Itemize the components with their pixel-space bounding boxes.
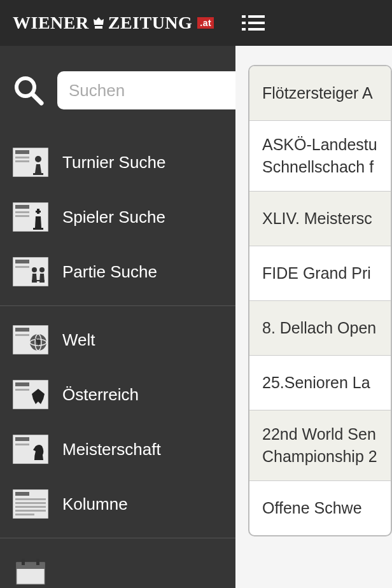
newspaper-icon (13, 489, 48, 519)
content-wrapper: Turnier Suche Spieler Suche (0, 46, 392, 588)
svg-point-25 (39, 267, 45, 272)
search-icon (13, 74, 45, 106)
svg-rect-43 (15, 502, 46, 504)
svg-rect-50 (36, 559, 39, 565)
svg-rect-1 (248, 15, 265, 18)
nav-group-search: Turnier Suche Spieler Suche (0, 129, 235, 306)
svg-rect-39 (15, 444, 29, 445)
svg-rect-42 (15, 498, 46, 500)
svg-rect-49 (22, 559, 25, 565)
svg-rect-15 (15, 205, 29, 209)
list-item[interactable]: 22nd World Sen Championship 2 (249, 410, 391, 481)
svg-rect-11 (15, 160, 29, 162)
svg-rect-3 (248, 22, 265, 24)
logo-text-1: WIENER (13, 13, 89, 33)
list-item[interactable]: ASKÖ-Landestu Schnellschach f (249, 121, 391, 192)
list-item[interactable]: XLIV. Meistersc (249, 192, 391, 246)
sidebar-item-welt[interactable]: Welt (0, 312, 235, 367)
nav-group-bottom (0, 538, 235, 588)
sidebar-item-label: Österreich (62, 385, 139, 405)
svg-rect-29 (15, 334, 29, 336)
svg-rect-16 (15, 211, 29, 213)
sidebar-item-label: Turnier Suche (62, 153, 165, 172)
svg-point-12 (35, 156, 41, 162)
list-item[interactable]: 8. Dellach Open (249, 301, 391, 356)
svg-rect-23 (15, 266, 29, 268)
svg-rect-28 (15, 328, 29, 332)
logo-text-2: ZEITUNG (108, 13, 193, 33)
list-item[interactable]: 25.Senioren La (249, 356, 391, 410)
svg-rect-44 (15, 506, 46, 508)
svg-rect-2 (242, 22, 246, 24)
list-item-text: ASKÖ-Landestu Schnellschach f (262, 136, 377, 176)
search-input[interactable] (57, 71, 235, 109)
svg-rect-17 (15, 215, 29, 217)
list-item-text: 22nd World Sen Championship 2 (262, 425, 377, 465)
list-item[interactable]: Offene Schwe (249, 481, 391, 535)
svg-line-7 (32, 94, 41, 103)
logo-emblem-icon (91, 15, 106, 31)
calendar-icon (13, 557, 48, 587)
sidebar-item-meisterschaft[interactable]: Meisterschaft (0, 422, 235, 477)
sidebar-item-spieler-suche[interactable]: Spieler Suche (0, 190, 235, 244)
list-item[interactable]: Flötzersteiger A (249, 66, 391, 121)
svg-rect-41 (15, 492, 29, 496)
sidebar-item-label: Kolumne (62, 494, 128, 514)
sidebar: Turnier Suche Spieler Suche (0, 46, 235, 588)
sidebar-item-label: Spieler Suche (62, 207, 165, 227)
sidebar-item-label: Partie Suche (62, 262, 157, 282)
svg-rect-13 (33, 173, 43, 175)
svg-rect-10 (15, 157, 29, 158)
sidebar-item-label: Meisterschaft (62, 440, 161, 459)
svg-rect-38 (15, 437, 29, 441)
svg-rect-46 (15, 514, 34, 515)
globe-news-icon (13, 325, 48, 354)
eagle-news-icon (13, 380, 48, 409)
nav-group-categories: Welt Österreich (0, 306, 235, 538)
chess-knight-news-icon (13, 435, 48, 464)
svg-rect-34 (15, 382, 29, 386)
svg-rect-4 (242, 28, 246, 31)
main-content: Flötzersteiger A ASKÖ-Landestu Schnellsc… (235, 46, 392, 588)
menu-toggle-button[interactable] (242, 14, 265, 34)
sidebar-item-calendar[interactable] (0, 545, 235, 587)
svg-rect-48 (17, 563, 45, 569)
sidebar-item-turnier-suche[interactable]: Turnier Suche (0, 135, 235, 190)
svg-rect-19 (36, 211, 41, 213)
app-header: WIENER ZEITUNG .at (0, 0, 392, 46)
sidebar-item-kolumne[interactable]: Kolumne (0, 477, 235, 531)
chess-king-news-icon (13, 202, 48, 232)
svg-point-36 (36, 391, 40, 395)
search-row (0, 62, 235, 129)
tournament-list: Flötzersteiger A ASKÖ-Landestu Schnellsc… (248, 65, 392, 536)
svg-rect-5 (248, 28, 265, 31)
svg-rect-26 (32, 280, 45, 281)
chess-players-news-icon (13, 257, 48, 286)
sidebar-item-label: Welt (62, 330, 95, 350)
svg-rect-35 (15, 389, 29, 391)
svg-rect-9 (15, 150, 29, 154)
logo: WIENER ZEITUNG .at (13, 13, 214, 33)
sidebar-item-oesterreich[interactable]: Österreich (0, 367, 235, 422)
chess-pawn-news-icon (13, 148, 48, 177)
list-item[interactable]: FIDE Grand Pri (249, 246, 391, 301)
svg-point-24 (32, 267, 37, 272)
logo-badge: .at (197, 17, 214, 29)
sidebar-item-partie-suche[interactable]: Partie Suche (0, 244, 235, 299)
svg-rect-20 (33, 228, 43, 230)
svg-rect-0 (242, 15, 246, 18)
svg-rect-45 (15, 510, 46, 512)
svg-rect-22 (15, 260, 29, 263)
